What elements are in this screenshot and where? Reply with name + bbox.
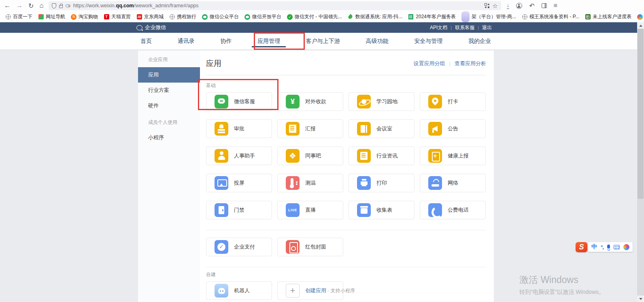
app-card-人事助手[interactable]: 人事助手 [206, 147, 272, 165]
doc-lines-icon [286, 122, 300, 136]
app-card-健康上报[interactable]: 健康上报 [420, 147, 486, 165]
tab-协作[interactable]: 协作 [219, 33, 232, 50]
reload-icon[interactable]: ↻ [28, 2, 34, 10]
app-card-对外收款[interactable]: 对外收款 [277, 92, 343, 111]
app-card-公费电话[interactable]: 公费电话 [420, 201, 486, 219]
scroll-down-icon[interactable] [637, 296, 644, 302]
globe-icon [5, 14, 11, 20]
bookmark-star-icon[interactable]: ☆ [492, 3, 497, 9]
scrollbar-thumb[interactable] [638, 29, 644, 199]
bookmark-item[interactable]: 百度一下 [2, 13, 35, 21]
bookmark-item[interactable]: 微信公众平台 [199, 13, 242, 21]
app-card-门禁[interactable]: 门禁 [206, 201, 272, 219]
bookmark-item[interactable]: 微信开放平台 [242, 13, 284, 21]
planet-icon [357, 95, 371, 108]
sidebar-toggle-icon[interactable] [542, 3, 547, 8]
qr-scan-icon[interactable] [485, 3, 489, 8]
app-card-收集表[interactable]: 收集表 [349, 201, 414, 219]
app-card-学习园地[interactable]: 学习园地 [349, 92, 414, 111]
app-card-审批[interactable]: 审批 [206, 119, 272, 138]
account-icon[interactable] [516, 3, 522, 9]
app-card-打印[interactable]: 打印 [349, 174, 414, 192]
app-card-投屏[interactable]: 投屏 [206, 174, 272, 192]
ime-mode-toggle[interactable]: 中 [591, 243, 597, 251]
app-card-机器人[interactable]: 机器人 [206, 281, 272, 300]
tmall-icon: T [104, 14, 109, 20]
plus-icon [286, 284, 300, 298]
app-card-红包封面[interactable]: 红包封面 [277, 238, 343, 256]
app-label: 微信客服 [234, 98, 255, 105]
keyboard-icon[interactable] [614, 245, 620, 249]
menu-icon[interactable]: ≡ [554, 2, 557, 9]
tab-通讯录[interactable]: 通讯录 [177, 33, 196, 50]
paycheck-icon [215, 240, 228, 254]
bookmark-item[interactable]: 汇聚支付 [634, 13, 644, 21]
tracking-shield-icon[interactable] [52, 3, 56, 9]
ime-skin-icon[interactable] [623, 244, 629, 250]
bookmark-item[interactable]: JD京东商城 [134, 13, 166, 21]
cast-icon [215, 176, 228, 190]
app-card-网络[interactable]: 网络 [420, 174, 486, 192]
bookmark-item[interactable]: 模王系统准备资料 - P... [519, 13, 582, 21]
app-card-会议室[interactable]: 会议室 [349, 119, 414, 138]
logout-link[interactable]: 退出 [482, 24, 492, 31]
contact-support-link[interactable]: 联系客服 [455, 24, 474, 31]
bookmark-item[interactable]: 未上线客户进度表 [582, 13, 634, 21]
api-docs-link[interactable]: API文档 [430, 24, 447, 31]
bookmark-item[interactable]: 数据通系统: 应用-抖... [345, 13, 406, 21]
app-card-微信客服[interactable]: 微信客服 [206, 92, 272, 111]
view-app-analytics-link[interactable]: 查看应用分析 [455, 60, 486, 67]
app-card-汇报[interactable]: 汇报 [277, 119, 343, 138]
bookmark-item[interactable]: 携程旅行 [166, 13, 199, 21]
tab-安全与管理[interactable]: 安全与管理 [413, 33, 443, 50]
forward-icon[interactable]: → [16, 2, 23, 9]
downloads-icon[interactable]: ↓ [507, 2, 510, 9]
tab-客户与上下游[interactable]: 客户与上下游 [305, 33, 341, 50]
url-bar[interactable]: https://work.weixin.qq.com/wework_admin/… [49, 1, 501, 10]
wework-brand[interactable]: 企业微信 [136, 22, 166, 33]
app-card-直播[interactable]: 直播 [277, 201, 343, 219]
app-label: 学习园地 [376, 98, 397, 105]
app-card-测温[interactable]: 测温 [277, 174, 343, 192]
tab-首页[interactable]: 首页 [140, 33, 153, 50]
page-scrollbar[interactable] [637, 22, 644, 302]
sidebar-item-行业方案[interactable]: 行业方案 [138, 83, 200, 98]
stamp-icon [215, 122, 228, 136]
bookmark-label: 京东商城 [144, 13, 164, 20]
app-label: 审批 [234, 125, 244, 132]
create-app-button[interactable]: 创建应用 · 支持小程序 [277, 281, 343, 300]
back-icon[interactable]: ← [4, 2, 11, 9]
bookmark-item[interactable]: ✓微信支付 - 中国领先... [284, 13, 345, 21]
app-label: 同事吧 [305, 152, 321, 160]
sidebar-item-应用[interactable]: 应用 [138, 67, 200, 83]
browser-toolbar: ← → ↻ ⌂ https://work.weixin.qq.com/wewor… [0, 0, 644, 11]
ime-punctuation-toggle[interactable]: °, [601, 244, 604, 250]
tab-应用管理[interactable]: 应用管理 [257, 33, 281, 50]
url-text[interactable]: https://work.weixin.qq.com/wework_admin/… [73, 3, 482, 9]
bookmark-item[interactable]: 架（平台）管理-商... [459, 13, 519, 21]
app-card-行业资讯[interactable]: 行业资讯 [349, 147, 414, 165]
scroll-up-icon[interactable] [637, 22, 644, 29]
sogou-logo-icon[interactable]: S [576, 242, 587, 252]
tab-高级功能[interactable]: 高级功能 [365, 33, 389, 50]
microphone-icon[interactable] [607, 245, 610, 249]
bookmark-item[interactable]: 2024年客户服务表 [405, 13, 459, 21]
app-card-公告[interactable]: 公告 [420, 119, 486, 138]
permissions-icon[interactable] [66, 4, 70, 7]
bookmark-item[interactable]: 淘淘宝购物 [68, 13, 101, 21]
app-card-打卡[interactable]: 打卡 [420, 92, 486, 111]
lock-icon[interactable] [59, 5, 63, 8]
sidebar-item-小程序[interactable]: 小程序 [138, 130, 200, 145]
app-card-同事吧[interactable]: 同事吧 [277, 147, 343, 165]
section-label-basic: 基础 [206, 82, 486, 89]
bookmark-item[interactable]: 网址导航 [35, 13, 68, 21]
redpacket-icon [286, 240, 300, 254]
home-icon[interactable]: ⌂ [39, 2, 43, 10]
app-card-企业支付[interactable]: 企业支付 [206, 238, 272, 256]
tab-我的企业[interactable]: 我的企业 [468, 33, 492, 50]
sidebar-item-硬件[interactable]: 硬件 [138, 98, 200, 113]
undo-icon[interactable]: ↶ [529, 2, 534, 10]
set-app-groups-link[interactable]: 设置应用分组 [414, 60, 445, 67]
app-label: 公费电话 [448, 206, 469, 214]
bookmark-item[interactable]: T天猫直营 [101, 13, 134, 21]
